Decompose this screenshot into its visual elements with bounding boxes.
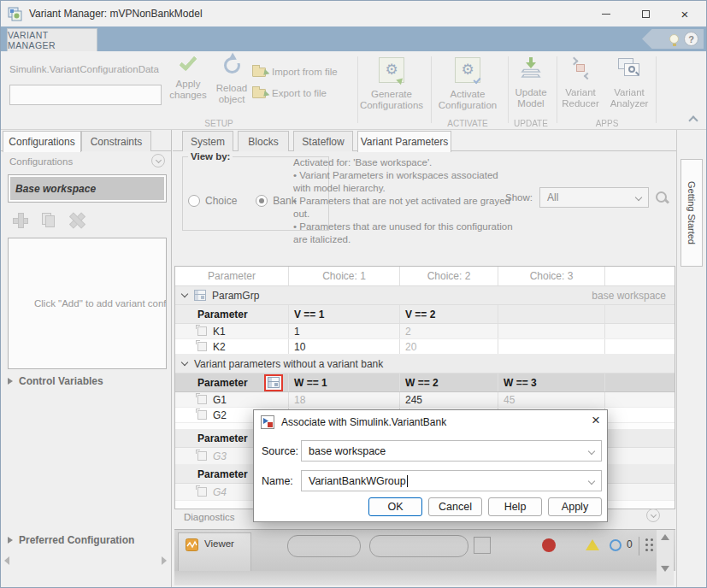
info-line: • Variant Parameters in workspaces assoc… bbox=[293, 169, 514, 195]
control-variables-section[interactable]: Control Variables bbox=[8, 375, 103, 387]
search-icon bbox=[655, 191, 669, 204]
object-name-input[interactable] bbox=[9, 85, 162, 105]
activation-info: Activated for: 'Base workspace'. • Varia… bbox=[293, 156, 514, 246]
diagnostics-dropdown[interactable] bbox=[369, 535, 468, 557]
parameter-value[interactable]: 1 bbox=[289, 324, 400, 338]
left-panel-hscrollbar[interactable] bbox=[4, 555, 167, 567]
left-panel: Configurations Constraints Configuration… bbox=[1, 130, 172, 587]
minimize-button[interactable] bbox=[586, 1, 626, 26]
diagnostics-content bbox=[174, 571, 657, 585]
help-button[interactable]: Help bbox=[488, 497, 542, 516]
parameter-value[interactable]: 20 bbox=[400, 339, 498, 354]
column-header-parameter[interactable]: Parameter bbox=[175, 267, 289, 285]
diagnostics-dropdown[interactable] bbox=[287, 535, 361, 557]
show-label: Show: bbox=[505, 192, 533, 203]
subheader-row[interactable]: Parameter V == 1 V == 2 bbox=[175, 305, 675, 324]
close-button[interactable]: × bbox=[665, 1, 704, 26]
control-variables-label: Control Variables bbox=[19, 375, 103, 387]
cancel-button[interactable]: Cancel bbox=[428, 497, 482, 516]
generate-configurations-label: Generate Configurations bbox=[354, 89, 429, 111]
ok-button[interactable]: OK bbox=[368, 497, 422, 516]
variant-reducer-icon bbox=[569, 57, 592, 79]
table-row[interactable]: K2 10 20 bbox=[175, 339, 675, 355]
create-variant-bank-highlight[interactable] bbox=[264, 374, 283, 391]
table-row[interactable]: G1 18 245 45 bbox=[175, 392, 675, 408]
group-row-paramgrp[interactable]: ParamGrp base workspace bbox=[175, 286, 675, 305]
parameter-icon bbox=[197, 326, 207, 336]
source-combobox[interactable]: base workspace bbox=[301, 440, 602, 462]
generate-configurations-button[interactable]: ⚙ Generate Configurations bbox=[354, 57, 429, 111]
preferred-configuration-section[interactable]: Preferred Configuration bbox=[8, 534, 134, 546]
collapse-configurations-button[interactable] bbox=[151, 154, 165, 168]
delete-configuration-button[interactable] bbox=[66, 209, 86, 230]
radio-bank[interactable]: Bank bbox=[256, 195, 296, 207]
variant-reducer-button[interactable]: Variant Reducer bbox=[559, 57, 602, 109]
reload-object-button[interactable]: Reload object bbox=[213, 57, 250, 105]
tab-constraints[interactable]: Constraints bbox=[81, 131, 151, 151]
tab-variant-parameters[interactable]: Variant Parameters bbox=[357, 131, 451, 152]
diagnostics-vscrollbar[interactable] bbox=[657, 530, 674, 585]
name-label: Name: bbox=[262, 475, 301, 487]
lightbulb-icon[interactable] bbox=[669, 34, 679, 44]
parameter-value[interactable]: 18 bbox=[289, 392, 400, 407]
help-icon[interactable]: ? bbox=[684, 32, 698, 46]
import-label: Import from file bbox=[272, 67, 338, 78]
apply-button[interactable]: Apply bbox=[548, 497, 602, 516]
configuration-item-base-workspace[interactable]: Base workspace bbox=[10, 177, 164, 200]
section-label-setup: SETUP bbox=[172, 119, 266, 128]
import-from-file-button[interactable]: Import from file bbox=[252, 67, 346, 78]
chevron-down-icon bbox=[588, 478, 595, 485]
viewer-label: Viewer bbox=[204, 538, 234, 549]
chevron-expanded-icon[interactable] bbox=[181, 359, 188, 366]
subheader-choice1: V == 1 bbox=[289, 305, 400, 323]
dialog-close-button[interactable]: × bbox=[592, 413, 600, 427]
variant-configurations-listbox[interactable]: Click "Add" to add variant configu bbox=[8, 238, 167, 369]
collapse-diagnostics-button[interactable] bbox=[646, 509, 660, 522]
column-header-choice3[interactable]: Choice: 3 bbox=[498, 267, 605, 285]
export-to-file-button[interactable]: Export to file bbox=[252, 88, 346, 99]
activate-configuration-button[interactable]: ⚙ Activate Configuration bbox=[430, 57, 505, 111]
parameter-value[interactable]: 10 bbox=[289, 339, 400, 354]
right-strip: Getting Started bbox=[676, 130, 706, 587]
maximize-button[interactable] bbox=[626, 1, 665, 26]
subheader-choice2: V == 2 bbox=[400, 305, 498, 323]
parameter-value[interactable]: 2 bbox=[400, 324, 498, 338]
tab-system[interactable]: System bbox=[182, 131, 233, 151]
update-model-label: Update Model bbox=[510, 87, 552, 109]
subheader-row-selected[interactable]: Parameter W == 1 W == 2 W == 3 bbox=[175, 373, 675, 392]
kebab-menu[interactable] bbox=[645, 538, 653, 541]
chevron-down-icon bbox=[155, 156, 161, 162]
parameter-icon bbox=[197, 487, 207, 497]
diagnostics-count: 0 bbox=[627, 538, 633, 550]
app-icon bbox=[8, 7, 22, 21]
tab-stateflow[interactable]: Stateflow bbox=[293, 131, 353, 151]
chevron-right-icon bbox=[8, 378, 13, 385]
apply-changes-button[interactable]: Apply changes bbox=[168, 57, 208, 101]
name-combobox[interactable]: VariantBankWGroup bbox=[301, 470, 602, 491]
column-header-choice1[interactable]: Choice: 1 bbox=[289, 267, 400, 285]
diagnostics-toolbar: Viewer 0 bbox=[174, 529, 675, 571]
group-name: Variant parameters without a variant ban… bbox=[194, 358, 383, 370]
chevron-expanded-icon[interactable] bbox=[181, 291, 188, 297]
viewer-tab[interactable]: Viewer bbox=[178, 532, 251, 572]
copy-configuration-button[interactable] bbox=[38, 209, 58, 230]
group-row-no-bank[interactable]: Variant parameters without a variant ban… bbox=[175, 355, 675, 373]
column-header-choice2[interactable]: Choice: 2 bbox=[400, 267, 498, 285]
parameter-value[interactable]: 245 bbox=[400, 392, 498, 407]
table-row[interactable]: K1 1 2 bbox=[175, 324, 675, 339]
tab-blocks[interactable]: Blocks bbox=[238, 131, 289, 151]
diagnostics-button[interactable] bbox=[474, 537, 491, 554]
subheader-choice2: W == 2 bbox=[400, 373, 498, 391]
variant-analyzer-button[interactable]: Variant Analyzer bbox=[605, 57, 653, 109]
add-configuration-button[interactable] bbox=[9, 209, 30, 230]
quick-help-pill: ? bbox=[642, 29, 704, 49]
tab-configurations[interactable]: Configurations bbox=[3, 131, 81, 152]
collapse-ribbon-button[interactable] bbox=[687, 117, 699, 125]
tab-getting-started[interactable]: Getting Started bbox=[680, 159, 703, 267]
search-button[interactable] bbox=[651, 187, 672, 208]
parameter-value[interactable]: 45 bbox=[498, 392, 605, 407]
radio-choice[interactable]: Choice bbox=[188, 195, 237, 207]
tab-variant-manager[interactable]: VARIANT MANAGER bbox=[7, 28, 97, 51]
update-model-button[interactable]: Update Model bbox=[510, 57, 552, 109]
show-filter-dropdown[interactable]: All bbox=[539, 187, 649, 208]
